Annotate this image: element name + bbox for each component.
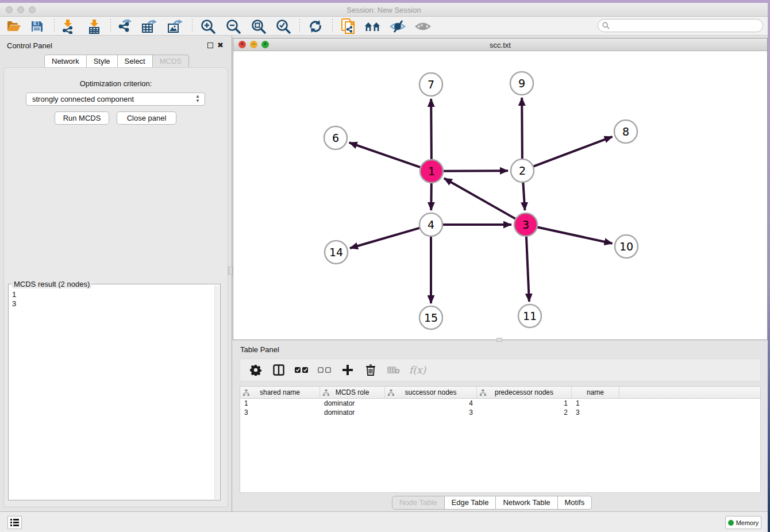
edge-2-8[interactable] [533,137,613,167]
edge-4-14[interactable] [350,228,420,248]
settings-gear-icon[interactable] [248,363,263,377]
export-image-icon[interactable] [167,18,183,34]
table-cell: 3 [240,408,320,417]
edge-3-10[interactable] [537,227,613,243]
dropdown-stepper-icon: ▲▼ [195,94,200,103]
table-cell: 4 [385,399,477,408]
control-panel-close-icon[interactable]: ✖ [217,41,224,49]
main-toolbar [0,17,768,36]
tab-mcds[interactable]: MCDS [153,55,189,68]
edge-3-11[interactable] [526,236,529,302]
zoom-selected-icon[interactable] [275,18,291,34]
graph-node-label: 6 [332,132,339,144]
save-session-icon[interactable] [29,18,45,34]
copy-network-icon[interactable] [340,18,356,34]
close-panel-button[interactable]: Close panel [117,111,176,125]
toolbar-separator [110,19,111,33]
import-network-icon[interactable] [60,18,76,34]
control-panel-tabs: NetworkStyleSelectMCDS [44,55,189,68]
column-header-label: shared name [260,388,300,396]
tab-network-table[interactable]: Network Table [496,496,557,510]
edge-2-9[interactable] [522,98,522,159]
hierarchy-icon [480,390,486,396]
graph-node-label: 1 [428,165,435,178]
table-cell: 2 [477,408,572,417]
tab-edge-table[interactable]: Edge Table [445,496,496,510]
mcds-result-legend: MCDS result (2 nodes) [12,280,91,288]
delete-column-icon[interactable] [363,363,378,377]
table-row[interactable]: 1dominator411 [240,399,760,408]
tab-motifs[interactable]: Motifs [558,496,592,510]
refresh-view-icon[interactable] [307,18,324,34]
tab-node-table[interactable]: Node Table [392,496,445,510]
column-header-MCDS-role[interactable]: MCDS role [320,387,385,398]
hide-graphics-details-icon[interactable] [390,18,406,34]
control-panel-title: Control Panel [7,41,52,50]
toolbar-separator [192,19,192,33]
network-graph-canvas[interactable]: 7968124314101511 [233,51,767,340]
export-table-icon[interactable] [141,18,157,34]
table-cell: dominator [320,399,385,408]
network-window-title: scc.txt [233,41,767,49]
table-panel-tabs: Node TableEdge TableNetwork TableMotifs [392,496,592,510]
column-chooser-icon[interactable] [271,363,286,377]
edge-3-1[interactable] [444,178,516,219]
memory-label: Memory [736,519,759,526]
mcds-result-box: MCDS result (2 nodes) 13 [8,284,221,500]
edge-1-2[interactable] [443,171,508,171]
import-table-icon[interactable] [86,18,102,34]
criterion-dropdown[interactable]: strongly connected component ▲▼ [26,92,205,106]
column-header-predecessor-nodes[interactable]: predecessor nodes [477,387,572,398]
column-header-shared-name[interactable]: shared name [240,387,320,398]
column-header-successor-nodes[interactable]: successor nodes [385,387,477,398]
list-icon [10,519,19,526]
tab-select[interactable]: Select [118,55,153,68]
network-window-titlebar: × − + scc.txt [233,38,767,51]
control-panel-float-icon[interactable] [207,43,213,48]
deselect-all-rows-icon[interactable] [317,363,332,377]
search-field[interactable] [598,19,763,32]
column-header-label: MCDS role [336,388,369,396]
show-graphics-details-icon[interactable] [415,18,431,34]
graph-node-label: 14 [329,246,343,259]
select-all-rows-icon[interactable] [294,363,309,377]
column-header-name[interactable]: name [572,387,619,398]
column-header-label: predecessor nodes [495,388,553,396]
delete-table-icon [386,363,401,377]
memory-status-icon [728,520,734,526]
graph-node-label: 9 [518,77,525,90]
edge-1-6[interactable] [349,142,421,167]
column-header-label: name [587,388,604,396]
graph-node-label: 15 [424,311,438,324]
edge-1-7[interactable] [431,99,432,160]
horizontal-splitter-grip[interactable] [496,338,502,342]
node-table[interactable]: shared nameMCDS rolesuccessor nodesprede… [240,386,761,493]
table-row[interactable]: 3dominator323 [240,408,760,417]
task-history-button[interactable] [7,516,22,529]
vertical-splitter-grip[interactable] [228,267,233,275]
memory-button[interactable]: Memory [725,516,761,529]
edge-2-3[interactable] [523,182,525,210]
graph-node-label: 3 [522,218,529,231]
node-table-header-row: shared nameMCDS rolesuccessor nodesprede… [240,387,760,399]
tab-style[interactable]: Style [87,55,118,68]
zoom-fit-icon[interactable] [251,18,267,34]
tab-network[interactable]: Network [44,55,87,68]
zoom-in-icon[interactable] [200,18,216,34]
search-icon [602,22,610,29]
add-column-icon[interactable] [340,363,355,377]
hierarchy-icon [323,390,329,396]
hierarchy-icon [243,390,249,396]
optimization-criterion-label: Optimization criterion: [4,79,228,88]
result-scrollbar[interactable] [214,286,220,499]
graph-node-label: 11 [523,310,537,322]
toolbar-separator [332,19,333,33]
search-input[interactable] [610,22,753,30]
mcds-result-list: 13 [12,290,16,309]
home-layout-icon[interactable] [364,18,380,34]
zoom-out-icon[interactable] [225,18,241,34]
open-file-icon[interactable] [6,18,22,34]
run-mcds-button[interactable]: Run MCDS [55,111,109,125]
edge-1-4[interactable] [431,183,432,210]
export-network-icon[interactable] [117,18,133,34]
